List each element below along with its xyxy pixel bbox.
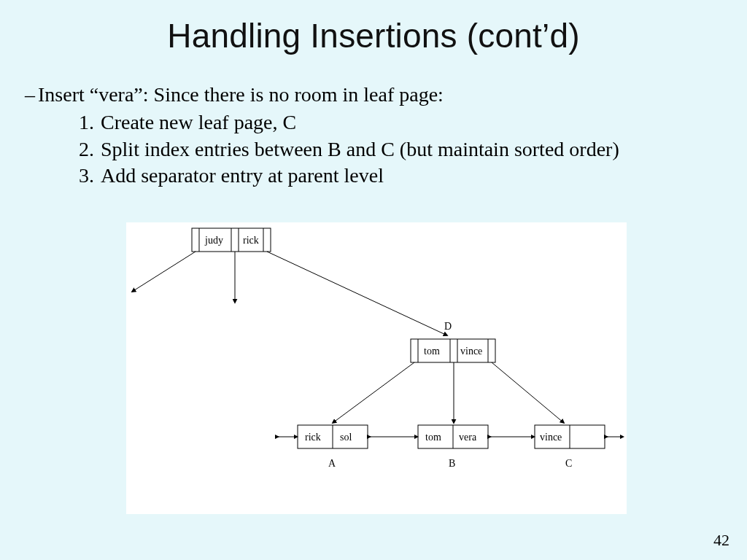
- root-node: judy rick: [192, 228, 271, 252]
- step-1-text: Create new leaf page, C: [101, 109, 693, 136]
- slide-body: – Insert “vera”: Since there is no room …: [22, 82, 693, 190]
- leaf-b-label: B: [449, 458, 455, 469]
- leaf-a: rick sol A: [298, 425, 368, 469]
- bullet-dash: –: [22, 82, 38, 108]
- step-2-num: 2.: [79, 136, 101, 163]
- leaf-c-label: C: [565, 458, 572, 469]
- arrow-d-a: [333, 362, 414, 423]
- d-node: tom vince: [411, 339, 495, 362]
- slide: Handling Insertions (cont’d) – Insert “v…: [0, 0, 747, 560]
- page-number: 42: [713, 531, 729, 550]
- arrow-d-c: [492, 362, 564, 423]
- d-k2: vince: [460, 346, 482, 357]
- leaf-a-k1: rick: [305, 432, 321, 443]
- slide-title: Handling Insertions (cont’d): [0, 16, 747, 55]
- leaf-b-k2: vera: [459, 432, 477, 443]
- steps-list: 1. Create new leaf page, C 2. Split inde…: [79, 109, 693, 189]
- d-k1: tom: [424, 346, 440, 357]
- bullet-insert-vera: – Insert “vera”: Since there is no room …: [22, 82, 693, 108]
- arrow-root-right: [267, 252, 447, 335]
- btree-diagram: judy rick D tom vince: [126, 222, 627, 514]
- step-3-num: 3.: [79, 163, 101, 189]
- step-2-text: Split index entries between B and C (but…: [101, 136, 693, 163]
- leaf-c: vince C: [535, 425, 605, 469]
- step-3: 3. Add separator entry at parent level: [79, 163, 693, 189]
- step-1-num: 1.: [79, 109, 101, 136]
- arrow-root-left: [132, 252, 196, 292]
- step-3-text: Add separator entry at parent level: [101, 163, 693, 189]
- leaf-a-k2: sol: [340, 432, 352, 443]
- d-label: D: [444, 321, 452, 332]
- leaf-b-k1: tom: [425, 432, 441, 443]
- step-2: 2. Split index entries between B and C (…: [79, 136, 693, 163]
- leaf-b: tom vera B: [418, 425, 488, 469]
- bullet-text: Insert “vera”: Since there is no room in…: [38, 82, 444, 108]
- root-k2: rick: [243, 235, 259, 246]
- leaf-c-k1: vince: [540, 432, 562, 443]
- step-1: 1. Create new leaf page, C: [79, 109, 693, 136]
- leaf-a-label: A: [328, 458, 336, 469]
- root-k1: judy: [204, 235, 223, 246]
